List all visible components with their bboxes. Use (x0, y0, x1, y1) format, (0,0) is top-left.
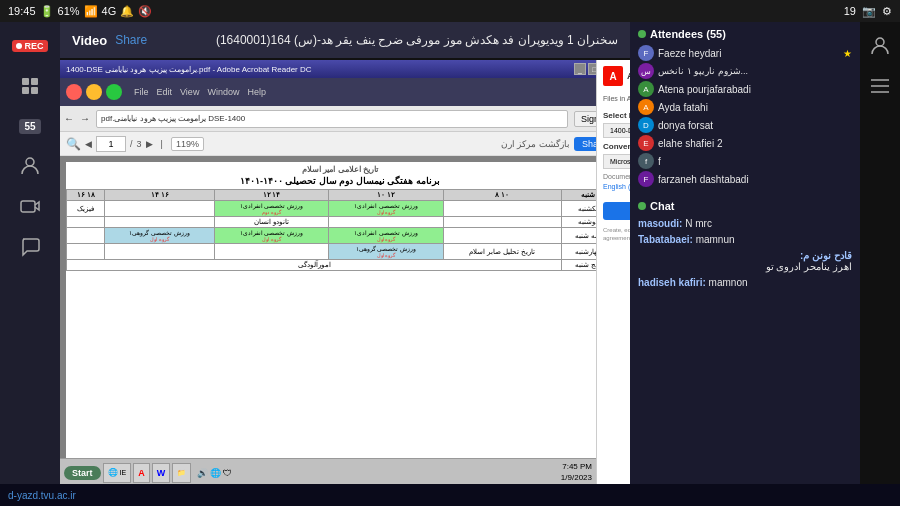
avatar: A (638, 99, 654, 115)
avatar: f (638, 153, 654, 169)
chat-button[interactable] (8, 228, 52, 264)
page-prev-icon[interactable]: ◀ (85, 139, 92, 149)
class-cell: ورزش تخصصی گروهی۱گروه اول (329, 244, 443, 260)
page-separator: / (130, 139, 133, 149)
list-item: س ...شزوم ناریپو ۱ نانخس (638, 62, 852, 80)
separator: | (161, 139, 163, 149)
right-panel: Attendees (55) F Faeze heydari ★ س ...شز… (630, 22, 860, 484)
menu-icon-button[interactable] (864, 70, 896, 102)
col-header-3: ۱۴ ۱۲ (214, 190, 328, 201)
menu-file[interactable]: File (134, 87, 149, 97)
attendee-name: Ayda fatahi (658, 102, 708, 113)
cell (67, 217, 105, 228)
cell (214, 244, 328, 260)
list-item: f f (638, 152, 852, 170)
pdf-title-text: 1400-DSE یرامومت پیزیپ هرود نیایامنی.pdf… (66, 65, 312, 74)
participants-button[interactable]: 55 (8, 108, 52, 144)
total-pages: 3 (137, 139, 142, 149)
svg-rect-2 (22, 87, 29, 94)
pdf-page: تاریخ اعلامی امیر اسلام برنامه هفتگی نیم… (66, 162, 614, 470)
attendee-name: Atena pourjafarabadi (658, 84, 751, 95)
grid-view-button[interactable] (8, 68, 52, 104)
menu-window[interactable]: Window (207, 87, 239, 97)
chat-indicator (638, 202, 646, 210)
convert-format-selector[interactable]: Microsoft Word (.docx) Microsoft Excel (… (603, 154, 630, 169)
export-panel-container: A Adobe Export PDF Files in Acrobat In C… (596, 60, 630, 484)
attendees-section: Attendees (55) F Faeze heydari ★ س ...شز… (630, 22, 860, 194)
taskbar-task[interactable]: 📁 (172, 463, 191, 483)
video-area: 1400-DSE یرامومت پیزیپ هرود نیایامنی.pdf… (60, 58, 630, 484)
list-item: E elahe shafiei 2 (638, 134, 852, 152)
page-number-input[interactable] (96, 136, 126, 152)
avatar: E (638, 135, 654, 151)
convert-button[interactable]: Convert (603, 202, 630, 220)
taskbar-clock: 7:45 PM 1/9/2023 (561, 462, 592, 483)
page-next-icon[interactable]: ▶ (146, 139, 153, 149)
camera-button[interactable] (8, 188, 52, 224)
pdf-file-selector[interactable]: 1400-DSE.pdf (603, 123, 630, 138)
menu-edit[interactable]: Edit (157, 87, 173, 97)
list-item: F farzaneh dashtabadi (638, 170, 852, 188)
col-header-5: ۱۸ ۱۶ (67, 190, 105, 201)
status-right: 19 📷 ⚙ (844, 5, 892, 18)
minimize-button[interactable]: _ (574, 63, 586, 75)
export-logo: A Adobe Export PDF (603, 66, 630, 86)
cell (105, 244, 214, 260)
svg-rect-3 (31, 87, 38, 94)
message-text: N mrc (685, 218, 712, 229)
taskbar-adobe[interactable]: A (133, 463, 150, 483)
ie-icon: 🌐 (108, 468, 118, 477)
zoom-out-icon[interactable]: 🔍 (66, 137, 81, 151)
share-label: Share (115, 33, 147, 47)
taskbar: Start 🌐 IE A W 📁 (60, 458, 596, 484)
battery-icon: 🔋 (40, 5, 54, 18)
language-value[interactable]: English (U.S.) Change (603, 183, 630, 190)
profile-icon-button[interactable] (864, 30, 896, 62)
center-content: سخنران 1 ویدیوپران فد هکدش موز مورفی ضرح… (60, 22, 630, 484)
rec-button[interactable]: REC (8, 28, 52, 64)
pdf-address-bar: 1400-DSE یرامومت پیزیپ هرود نیایامنی.pdf (96, 110, 568, 128)
meeting-title: سخنران 1 ویدیوپران فد هکدش موز مورفی ضرح… (216, 33, 618, 47)
pdf-menu-items: File Edit View Window Help (126, 87, 266, 97)
class-cell: ورزش تخصصی انفرادی۱گروه دوم (214, 201, 328, 217)
status-left: 19:45 🔋 61% 📶 4G 🔔 🔇 (8, 5, 152, 18)
message-text: mamnun (696, 234, 735, 245)
traffic-min[interactable] (86, 84, 102, 100)
attendee-name: elahe shafiei 2 (658, 138, 723, 149)
class-cell: ورزش تخصصی انفرادی۱گروه اول (214, 228, 328, 244)
volume-icon: 🔇 (138, 5, 152, 18)
tools-label: بازگشت مرکز ارن (501, 139, 570, 149)
pdf-forward-icon[interactable]: → (80, 113, 90, 124)
pdf-back-icon[interactable]: ← (64, 113, 74, 124)
col-header-4: ۱۶ ۱۴ (105, 190, 214, 201)
message-text: mamnon (709, 277, 748, 288)
signal-icon: 📶 (84, 5, 98, 18)
chat-message: Tabatabaei: mamnun (638, 234, 852, 245)
table-row: دوشنبه تانودو انسان (67, 217, 614, 228)
avatar: D (638, 117, 654, 133)
pdf-secondary-toolbar: 🔍 ◀ / 3 ▶ | 119% بازگشت مرکز ارن Share (60, 132, 620, 156)
chat-section: Chat masoudi: N mrc Tabatabaei: mamnun ق… (630, 194, 860, 484)
traffic-max[interactable] (106, 84, 122, 100)
word-icon: W (157, 468, 166, 478)
cell: تاریخ تحلیل صابر اسلام (443, 244, 562, 260)
message-sender: masoudi: (638, 218, 682, 229)
person-button[interactable] (8, 148, 52, 184)
attendee-name: ...شزوم ناریپو ۱ نانخس (658, 66, 748, 76)
col-header-2: ۱۲ ۱۰ (329, 190, 443, 201)
menu-view[interactable]: View (180, 87, 199, 97)
traffic-close[interactable] (66, 84, 82, 100)
start-button[interactable]: Start (64, 466, 101, 480)
settings-icon: ⚙ (882, 5, 892, 18)
schedule-table: شنبه ۱۰ ۸ ۱۲ ۱۰ ۱۴ ۱۲ ۱۶ ۱۴ ۱۸ ۱۶ (66, 189, 614, 271)
list-item: D donya forsat (638, 116, 852, 134)
taskbar-ie[interactable]: 🌐 IE (103, 463, 132, 483)
chat-message: قادح نونن م: اهرز ینامحر ادروی تو (638, 250, 852, 272)
svg-rect-5 (21, 201, 35, 212)
taskbar-word[interactable]: W (152, 463, 171, 483)
menu-help[interactable]: Help (247, 87, 266, 97)
attendee-name: f (658, 156, 661, 167)
adobe-icon: A (138, 468, 145, 478)
chat-title: Chat (650, 200, 674, 212)
bottom-bar: d-yazd.tvu.ac.ir (0, 484, 900, 506)
